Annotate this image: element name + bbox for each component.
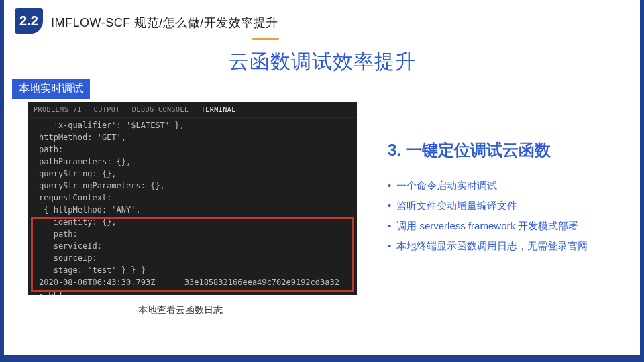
right-heading: 3. 一键定位调试云函数 [388, 139, 636, 161]
terminal-body: 'x-qualifier': '$LATEST' }, httpMethod: … [28, 118, 357, 295]
bullet-item: 一个命令启动实时调试 [388, 176, 636, 196]
bullet-item: 调用 serverless framework 开发模式部署 [388, 216, 636, 236]
page-title: 云函数调试效率提升 [4, 48, 640, 76]
bullet-list: 一个命令启动实时调试 监听文件变动增量编译文件 调用 serverless fr… [388, 176, 636, 256]
terminal-screenshot: PROBLEMS 71 OUTPUT DEBUG CONSOLE TERMINA… [28, 102, 357, 295]
breadcrumb: IMFLOW-SCF 规范/怎么做/开发效率提升 [51, 15, 278, 31]
subsection-tag: 本地实时调试 [12, 79, 90, 99]
section-number-badge: 2.2 [15, 8, 43, 34]
tab-terminal: TERMINAL [201, 105, 236, 115]
right-panel: 3. 一键定位调试云函数 一个命令启动实时调试 监听文件变动增量编译文件 调用 … [388, 139, 636, 256]
terminal-tabs: PROBLEMS 71 OUTPUT DEBUG CONSOLE TERMINA… [28, 102, 357, 118]
tab-output: OUTPUT [94, 105, 120, 115]
tab-debug-console: DEBUG CONSOLE [132, 105, 189, 115]
terminal-caption: 本地查看云函数日志 [138, 304, 223, 316]
bullet-item: 本地终端显示函数调用日志，无需登录官网 [388, 236, 636, 256]
breadcrumb-accent [252, 38, 279, 40]
slide: 2.2 IMFLOW-SCF 规范/怎么做/开发效率提升 云函数调试效率提升 本… [0, 0, 644, 362]
tab-problems: PROBLEMS 71 [34, 105, 82, 115]
bullet-item: 监听文件变动增量编译文件 [388, 196, 636, 216]
